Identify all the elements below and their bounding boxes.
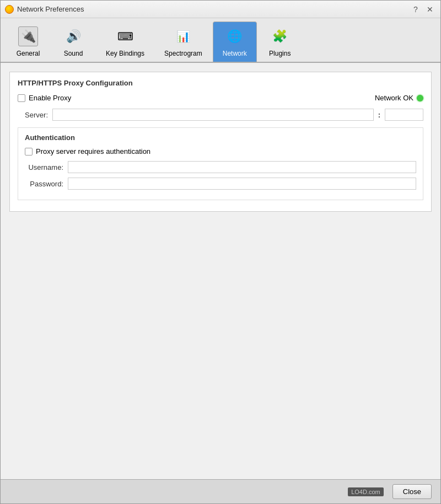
app-icon xyxy=(5,5,14,14)
tab-spectrogram-label: Spectrogram xyxy=(164,50,202,57)
tab-plugins[interactable]: Plugins xyxy=(258,22,302,62)
footer: LO4D.com Close xyxy=(1,479,440,503)
watermark: LO4D.com xyxy=(348,487,384,496)
tab-network-label: Network xyxy=(223,50,247,57)
auth-section: Authentication Proxy server requires aut… xyxy=(18,127,423,200)
username-label: Username: xyxy=(25,163,63,171)
enable-proxy-row: Enable Proxy Network OK xyxy=(18,94,423,102)
password-label: Password: xyxy=(25,180,63,188)
tab-plugins-label: Plugins xyxy=(269,50,291,57)
server-label: Server: xyxy=(18,111,48,119)
password-input[interactable] xyxy=(68,178,416,190)
footer-right: LO4D.com Close xyxy=(9,484,432,499)
tab-general[interactable]: General xyxy=(6,22,50,62)
proxy-config-section: HTTP/HTTPS Proxy Configuration Enable Pr… xyxy=(9,72,432,212)
auth-checkbox-row: Proxy server requires authentication xyxy=(25,147,416,156)
tab-network[interactable]: Network xyxy=(213,22,257,62)
enable-proxy-left: Enable Proxy xyxy=(18,94,71,102)
tab-spectrogram[interactable]: Spectrogram xyxy=(155,22,212,62)
keybindings-icon xyxy=(114,25,136,47)
tab-keybindings[interactable]: Key Bindings xyxy=(96,22,154,62)
close-window-button[interactable]: ✕ xyxy=(424,3,436,15)
title-bar: Network Preferences ? ✕ xyxy=(1,1,440,18)
tab-sound-label: Sound xyxy=(64,50,83,57)
section-title: HTTP/HTTPS Proxy Configuration xyxy=(18,79,423,87)
close-button[interactable]: Close xyxy=(392,484,432,499)
username-row: Username: xyxy=(25,161,416,173)
network-status-dot xyxy=(417,95,423,101)
general-icon xyxy=(17,25,39,47)
port-input[interactable] xyxy=(385,109,423,121)
help-button[interactable]: ? xyxy=(410,3,422,15)
auth-checkbox-label: Proxy server requires authentication xyxy=(36,147,150,156)
window-title: Network Preferences xyxy=(17,5,84,13)
plugins-icon xyxy=(269,25,291,47)
spectrogram-icon xyxy=(172,25,194,47)
tabs-bar: General Sound Key Bindings Spectrogram N… xyxy=(1,18,440,63)
server-input[interactable] xyxy=(52,109,374,121)
tab-general-label: General xyxy=(17,50,40,57)
password-row: Password: xyxy=(25,178,416,190)
sound-icon xyxy=(62,25,84,47)
colon-separator: : xyxy=(378,111,380,119)
enable-proxy-checkbox[interactable] xyxy=(18,94,25,102)
server-row: Server: : xyxy=(18,109,423,121)
tab-keybindings-label: Key Bindings xyxy=(106,50,144,57)
username-input[interactable] xyxy=(68,161,416,173)
auth-title: Authentication xyxy=(25,133,416,142)
title-bar-left: Network Preferences xyxy=(5,5,84,14)
network-icon xyxy=(224,25,246,47)
title-bar-controls: ? ✕ xyxy=(410,3,436,15)
tab-sound[interactable]: Sound xyxy=(51,22,95,62)
enable-proxy-label: Enable Proxy xyxy=(29,94,71,102)
content-area: HTTP/HTTPS Proxy Configuration Enable Pr… xyxy=(1,63,440,479)
network-status: Network OK xyxy=(375,94,423,102)
auth-required-checkbox[interactable] xyxy=(25,148,33,156)
network-status-label: Network OK xyxy=(375,94,413,102)
main-window: Network Preferences ? ✕ General Sound Ke… xyxy=(0,0,441,504)
